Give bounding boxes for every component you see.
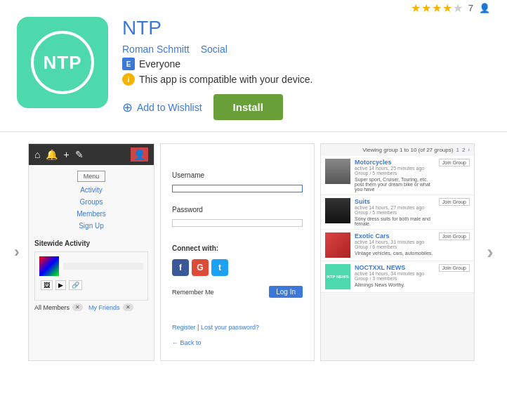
menu-button[interactable]: Menu — [77, 171, 106, 182]
compatible-row: i This app is compatible with your devic… — [122, 73, 490, 86]
username-label: Username — [172, 171, 303, 179]
group-info: Exotic Cars active 14 hours, 31 minutes … — [355, 232, 435, 256]
group-name: Suits — [355, 198, 435, 205]
viewing-label: Viewing group 1 to 10 (of 27 groups) — [362, 147, 453, 153]
lost-password-label: Lost your password? — [201, 324, 259, 331]
join-group-button[interactable]: Join Group — [439, 198, 470, 206]
person-icon: 👤 — [479, 3, 490, 13]
all-members-tag: ✕ — [72, 303, 83, 311]
join-group-button[interactable]: Join Group — [439, 264, 470, 272]
add-to-wishlist-button[interactable]: ⊕ Add to Wishlist — [122, 100, 202, 115]
screenshot-prev-arrow[interactable]: › — [6, 143, 28, 361]
google-icon[interactable]: G — [192, 259, 209, 276]
remember-row: Remember Me Log In — [172, 286, 303, 298]
photo-icon[interactable]: 🖼 — [41, 280, 53, 290]
my-friends-label: My Friends — [88, 304, 120, 311]
group-meta: active 14 hours, 31 minutes ago — [355, 239, 435, 244]
ss1-sidebar: Menu Activity Groups Members Sign Up — [29, 165, 154, 235]
install-button[interactable]: Install — [213, 94, 283, 120]
screenshot-1: ⌂ 🔔 + ✎ 👤 Menu Activity Groups Members S… — [28, 143, 154, 361]
group-item: Suits active 14 hours, 27 minutes ago Gr… — [321, 195, 474, 230]
group-thumbnail — [325, 198, 350, 223]
group-info: Motorcycles active 14 hours, 25 minutes … — [355, 159, 435, 192]
groups-header: Viewing group 1 to 10 (of 27 groups) 1 2… — [321, 144, 474, 156]
group-thumbnail — [325, 159, 350, 184]
activity-text-placeholder — [63, 263, 143, 270]
signup-link[interactable]: Sign Up — [79, 222, 104, 230]
age-rating-row: E Everyone — [122, 58, 490, 70]
facebook-icon[interactable]: f — [172, 259, 189, 276]
app-meta-row: Roman Schmitt Social — [122, 44, 490, 55]
group-thumbnail — [325, 232, 350, 258]
group-members: Group / 3 members — [355, 276, 435, 281]
remember-label: Remember Me — [172, 289, 214, 296]
group-item: NTP NEWS NOCTXXL NEWS active 14 hours, 3… — [321, 261, 474, 293]
register-link[interactable]: Register | Lost your password? — [172, 324, 303, 331]
rating-count: 7 — [468, 3, 473, 13]
all-members-label: All Members — [34, 304, 70, 311]
screenshot-section: › ⌂ 🔔 + ✎ 👤 Menu Activity Groups Members… — [0, 132, 507, 361]
app-category-link[interactable]: Social — [201, 44, 228, 55]
wishlist-icon: ⊕ — [122, 100, 133, 115]
activity-box: 🖼 ▶ 🔗 — [34, 251, 148, 301]
login-button[interactable]: Log In — [269, 286, 303, 298]
password-label: Password — [172, 206, 303, 214]
group-info: Suits active 14 hours, 27 minutes ago Gr… — [355, 198, 435, 226]
app-icon: NTP — [17, 17, 108, 108]
ss3-groups: Viewing group 1 to 10 (of 27 groups) 1 2… — [321, 144, 474, 360]
star-5: ★ — [453, 1, 463, 15]
register-label: Register — [172, 324, 196, 331]
group-info: NOCTXXL NEWS active 14 hours, 34 minutes… — [355, 264, 435, 287]
app-icon-circle: NTP — [31, 31, 94, 94]
app-author-link[interactable]: Roman Schmitt — [122, 44, 190, 55]
group-meta: active 14 hours, 34 minutes ago — [355, 271, 435, 276]
star-1: ★ — [411, 1, 421, 15]
star-2: ★ — [421, 1, 431, 15]
members-link[interactable]: Members — [77, 210, 106, 218]
page-next[interactable]: › — [468, 147, 470, 153]
link-icon[interactable]: 🔗 — [69, 280, 82, 290]
app-header: NTP NTP ★ ★ ★ ★ ★ 7 👤 Roman Schmitt Soc — [0, 0, 507, 132]
page-2[interactable]: 2 — [462, 147, 465, 153]
back-link[interactable]: ← Back to — [172, 339, 303, 346]
wishlist-label: Add to Wishlist — [137, 102, 202, 113]
group-members: Group / 5 members — [355, 210, 435, 215]
my-friends-tag: ✕ — [123, 303, 133, 311]
group-desc: Sony dress suits for both male and femal… — [355, 216, 435, 226]
ss1-bottom-row: All Members ✕ My Friends ✕ — [29, 301, 154, 314]
group-name: Motorcycles — [355, 159, 435, 166]
username-input[interactable] — [172, 185, 303, 192]
join-group-button[interactable]: Join Group — [439, 232, 470, 240]
info-icon: i — [122, 73, 135, 86]
password-input[interactable] — [172, 219, 303, 227]
group-list: Motorcycles active 14 hours, 25 minutes … — [321, 156, 474, 293]
ss2-login-form: Username Password Connect with: f G t Re… — [161, 144, 314, 360]
screenshot-3: Viewing group 1 to 10 (of 27 groups) 1 2… — [320, 143, 475, 361]
join-group-button[interactable]: Join Group — [439, 159, 470, 166]
action-row: ⊕ Add to Wishlist Install — [122, 88, 490, 120]
group-item: Exotic Cars active 14 hours, 31 minutes … — [321, 230, 474, 261]
add-icon: + — [63, 149, 69, 160]
group-name: Exotic Cars — [355, 232, 435, 239]
activity-link[interactable]: Activity — [80, 186, 103, 194]
sitewide-label: Sitewide Activity — [29, 235, 154, 251]
app-title: NTP — [122, 17, 162, 39]
screenshots-container: ⌂ 🔔 + ✎ 👤 Menu Activity Groups Members S… — [28, 143, 479, 361]
twitter-icon[interactable]: t — [211, 259, 228, 276]
ss1-toolbar: ⌂ 🔔 + ✎ 👤 — [29, 144, 154, 165]
video-icon[interactable]: ▶ — [55, 280, 66, 290]
page-1: 1 — [456, 147, 459, 153]
group-meta: active 14 hours, 27 minutes ago — [355, 205, 435, 210]
groups-link[interactable]: Groups — [80, 198, 103, 206]
home-icon: ⌂ — [34, 149, 40, 160]
profile-icon: 👤 — [131, 147, 148, 162]
screenshot-next-arrow[interactable]: › — [479, 143, 501, 361]
age-badge: E — [122, 58, 135, 70]
notification-icon: 🔔 — [46, 149, 58, 160]
group-desc: Vintage vehicles, cars, automobiles. — [355, 251, 435, 256]
star-3: ★ — [432, 1, 442, 15]
group-meta: active 14 hours, 25 minutes ago — [355, 166, 435, 171]
screenshot-2: Username Password Connect with: f G t Re… — [160, 143, 315, 361]
group-desc: Allmings News Worthy. — [355, 282, 435, 287]
social-icons: f G t — [172, 259, 303, 276]
